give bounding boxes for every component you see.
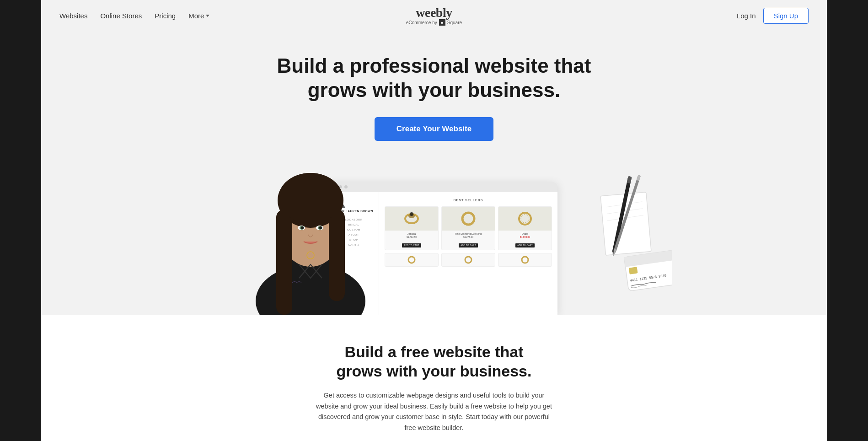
mock-product-img-2 [442, 207, 495, 231]
left-side-panel [0, 0, 41, 441]
deco-illustration: 4411 1235 5578 9010 [580, 167, 672, 306]
mock-product-name-3: Diana [500, 232, 550, 235]
hero-section: Build a professional website that grows … [41, 31, 827, 315]
mock-products-grid: Jessica $1,712.50 ADD TO CART [385, 206, 552, 250]
svg-point-20 [521, 215, 529, 223]
mock-section-title: BEST SELLERS [385, 199, 552, 202]
logo-text: weebly [406, 5, 462, 20]
svg-point-13 [319, 226, 322, 229]
nav-left: Websites Online Stores Pricing More [59, 12, 209, 20]
svg-rect-30 [627, 176, 632, 183]
mock-product-1: Jessica $1,712.50 ADD TO CART [385, 206, 439, 250]
svg-point-21 [408, 257, 415, 263]
nav-more[interactable]: More [188, 12, 209, 20]
nav-online-stores[interactable]: Online Stores [100, 12, 142, 20]
svg-point-18 [462, 213, 474, 225]
navbar: Websites Online Stores Pricing More weeb… [41, 0, 827, 31]
mock-product-3: Diana $1,900.00 ADD TO CART [498, 206, 552, 250]
second-section-text: Get access to customizable webpage desig… [315, 390, 553, 434]
chevron-down-icon [206, 15, 209, 17]
mock-product-img-1 [385, 207, 438, 231]
second-section: Build a free website that grows with you… [41, 315, 827, 441]
nav-right: Log In Sign Up [737, 8, 809, 24]
cta-button[interactable]: Create Your Website [375, 117, 493, 141]
signup-button[interactable]: Sign Up [763, 8, 809, 24]
svg-point-22 [465, 257, 472, 263]
right-side-panel [827, 0, 868, 441]
mock-product-price-sale-3: $1,900.00 [500, 236, 550, 238]
svg-rect-33 [637, 175, 641, 181]
logo-sub: eCommerce by ■ Square [406, 19, 462, 26]
mock-add-btn-2[interactable]: ADD TO CART [459, 243, 478, 247]
nav-websites[interactable]: Websites [59, 12, 87, 20]
mock-add-btn-3[interactable]: ADD TO CART [515, 243, 535, 247]
svg-point-23 [522, 257, 528, 263]
svg-point-12 [301, 226, 304, 229]
nav-pricing[interactable]: Pricing [155, 12, 176, 20]
svg-point-17 [410, 212, 413, 216]
mock-product-name-1: Jessica [387, 232, 436, 235]
svg-rect-36 [629, 267, 638, 274]
mock-product-info-1: Jessica $1,712.50 ADD TO CART [385, 231, 438, 250]
svg-point-7 [279, 173, 343, 223]
person-image [251, 145, 370, 315]
logo: weebly eCommerce by ■ Square [406, 5, 462, 26]
mock-product-info-2: Fine Diamond Eye Ring $1,275.00 ADD TO C… [442, 231, 495, 250]
hero-title: Build a professional website that grows … [274, 54, 594, 102]
mock-main: BEST SELLERS [379, 192, 557, 315]
mock-product-2: Fine Diamond Eye Ring $1,275.00 ADD TO C… [441, 206, 495, 250]
mock-product-img-3 [498, 207, 552, 231]
square-icon: ■ [439, 19, 445, 26]
mock-product-price-1: $1,712.50 [387, 236, 436, 238]
second-section-title: Build a free website that grows with you… [320, 342, 548, 381]
hero-visual: BLAIR LAUREN BROWN LOOKBOOK BRIDAL CUSTO… [41, 159, 827, 315]
svg-rect-5 [276, 210, 292, 315]
login-button[interactable]: Log In [737, 12, 756, 20]
mock-product-name-2: Fine Diamond Eye Ring [444, 232, 493, 235]
mock-add-btn-1[interactable]: ADD TO CART [402, 243, 421, 247]
main-content: Websites Online Stores Pricing More weeb… [41, 0, 827, 441]
mock-product-price-2: $1,275.00 [444, 236, 493, 238]
svg-rect-6 [329, 210, 345, 301]
mock-product-info-3: Diana $1,900.00 ADD TO CART [498, 231, 552, 250]
